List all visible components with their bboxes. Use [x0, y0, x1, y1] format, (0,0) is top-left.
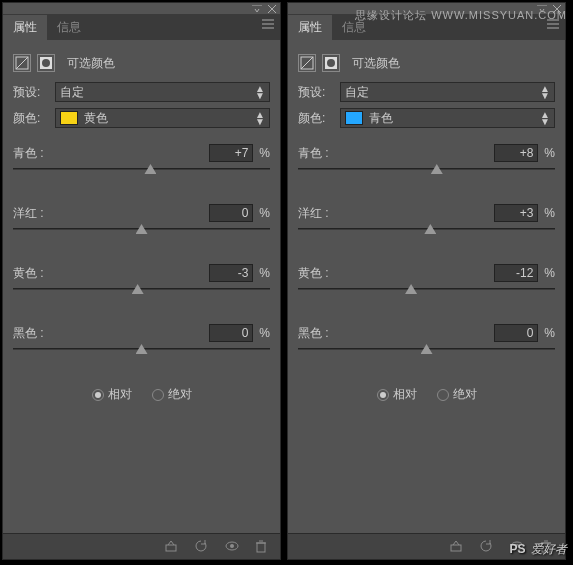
close-icon[interactable] [268, 5, 276, 13]
method-radios: 相对 绝对 [13, 386, 270, 403]
adjustment-icon[interactable] [13, 54, 31, 72]
slider-label-yellow: 黄色 : [298, 265, 494, 282]
percent-label: % [544, 206, 555, 220]
slider-cyan: 青色 : +8 % [298, 144, 555, 188]
radio-dot [377, 389, 389, 401]
percent-label: % [259, 326, 270, 340]
value-cyan[interactable]: +7 [209, 144, 253, 162]
slider-label-black: 黑色 : [13, 325, 209, 342]
mask-icon[interactable] [37, 54, 55, 72]
color-name: 青色 [369, 110, 393, 127]
color-name: 黄色 [84, 110, 108, 127]
slider-magenta: 洋红 : 0 % [13, 204, 270, 248]
panel-menu-icon[interactable] [256, 15, 280, 40]
svg-point-2 [42, 59, 50, 67]
color-swatch [60, 111, 78, 125]
slider-label-black: 黑色 : [298, 325, 494, 342]
value-yellow[interactable]: -12 [494, 264, 538, 282]
radio-absolute[interactable]: 绝对 [437, 386, 477, 403]
tab-properties[interactable]: 属性 [288, 15, 332, 40]
svg-rect-6 [257, 543, 265, 552]
clip-icon[interactable] [164, 539, 180, 555]
preset-select[interactable]: 自定 ▲▼ [55, 82, 270, 102]
method-radios: 相对 绝对 [298, 386, 555, 403]
tab-info[interactable]: 信息 [47, 15, 91, 40]
panel-title: 可选颜色 [67, 55, 115, 72]
slider-track-yellow[interactable] [298, 284, 555, 294]
slider-magenta: 洋红 : +3 % [298, 204, 555, 248]
radio-absolute[interactable]: 绝对 [152, 386, 192, 403]
value-magenta[interactable]: 0 [209, 204, 253, 222]
value-magenta[interactable]: +3 [494, 204, 538, 222]
svg-rect-10 [451, 545, 461, 551]
slider-label-cyan: 青色 : [298, 145, 494, 162]
watermark-top: 思缘设计论坛 WWW.MISSYUAN.COM [355, 8, 567, 23]
value-yellow[interactable]: -3 [209, 264, 253, 282]
svg-point-9 [327, 59, 335, 67]
preset-select[interactable]: 自定 ▲▼ [340, 82, 555, 102]
colors-select[interactable]: 黄色 ▲▼ [55, 108, 270, 128]
reset-icon[interactable] [479, 539, 495, 555]
slider-black: 黑色 : 0 % [13, 324, 270, 368]
slider-black: 黑色 : 0 % [298, 324, 555, 368]
percent-label: % [259, 146, 270, 160]
reset-icon[interactable] [194, 539, 210, 555]
radio-label-relative: 相对 [108, 386, 132, 403]
adjustment-icon[interactable] [298, 54, 316, 72]
collapse-icon[interactable] [252, 5, 262, 13]
percent-label: % [544, 326, 555, 340]
percent-label: % [544, 146, 555, 160]
percent-label: % [259, 266, 270, 280]
value-cyan[interactable]: +8 [494, 144, 538, 162]
percent-label: % [544, 266, 555, 280]
colors-label: 颜色: [13, 110, 49, 127]
preset-value: 自定 [345, 84, 369, 101]
slider-label-yellow: 黄色 : [13, 265, 209, 282]
radio-label-relative: 相对 [393, 386, 417, 403]
visibility-icon[interactable] [224, 539, 240, 555]
slider-track-yellow[interactable] [13, 284, 270, 294]
colors-select[interactable]: 青色 ▲▼ [340, 108, 555, 128]
svg-point-5 [230, 544, 234, 548]
clip-icon[interactable] [449, 539, 465, 555]
color-swatch [345, 111, 363, 125]
selective-color-panel-0: 属性 信息 可选颜色 预设: 自定 ▲▼ 颜色: [2, 2, 281, 560]
value-black[interactable]: 0 [494, 324, 538, 342]
radio-label-absolute: 绝对 [168, 386, 192, 403]
svg-rect-3 [166, 545, 176, 551]
radio-relative[interactable]: 相对 [377, 386, 417, 403]
trash-icon[interactable] [254, 539, 270, 555]
radio-relative[interactable]: 相对 [92, 386, 132, 403]
panel-topbar [3, 3, 280, 15]
radio-dot [437, 389, 449, 401]
slider-label-magenta: 洋红 : [13, 205, 209, 222]
tabs: 属性 信息 [3, 15, 280, 40]
panel-footer [3, 533, 280, 559]
slider-track-cyan[interactable] [13, 164, 270, 174]
preset-label: 预设: [13, 84, 49, 101]
slider-track-magenta[interactable] [298, 224, 555, 234]
slider-track-black[interactable] [298, 344, 555, 354]
radio-label-absolute: 绝对 [453, 386, 477, 403]
mask-icon[interactable] [322, 54, 340, 72]
slider-label-magenta: 洋红 : [298, 205, 494, 222]
slider-track-black[interactable] [13, 344, 270, 354]
preset-value: 自定 [60, 84, 84, 101]
slider-yellow: 黄色 : -12 % [298, 264, 555, 308]
slider-track-magenta[interactable] [13, 224, 270, 234]
percent-label: % [259, 206, 270, 220]
tab-properties[interactable]: 属性 [3, 15, 47, 40]
slider-yellow: 黄色 : -3 % [13, 264, 270, 308]
selective-color-panel-1: 属性 信息 可选颜色 预设: 自定 ▲▼ 颜色: [287, 2, 566, 560]
value-black[interactable]: 0 [209, 324, 253, 342]
radio-dot [152, 389, 164, 401]
slider-label-cyan: 青色 : [13, 145, 209, 162]
preset-label: 预设: [298, 84, 334, 101]
watermark-bottom: PS 爱好者 [509, 533, 567, 559]
slider-track-cyan[interactable] [298, 164, 555, 174]
panel-title: 可选颜色 [352, 55, 400, 72]
slider-cyan: 青色 : +7 % [13, 144, 270, 188]
colors-label: 颜色: [298, 110, 334, 127]
radio-dot [92, 389, 104, 401]
